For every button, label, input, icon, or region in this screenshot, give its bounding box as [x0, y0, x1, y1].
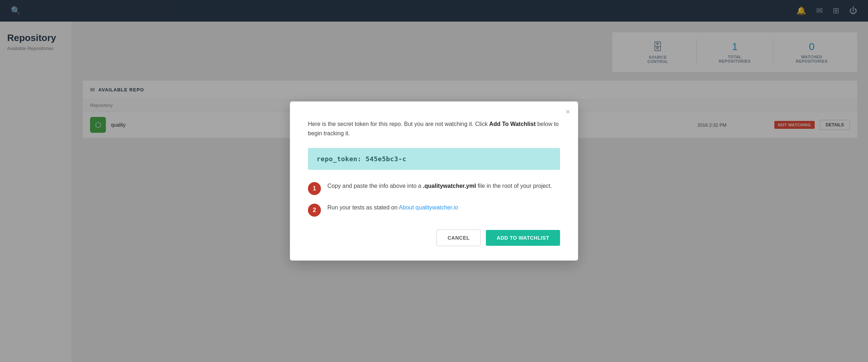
step-2-text-part1: Run your tests as stated on [327, 204, 399, 211]
token-box: repo_token: 545e5bc3-c [308, 148, 560, 170]
cancel-button[interactable]: CANCEL [437, 230, 481, 246]
modal-overlay: × Here is the secret token for this repo… [0, 0, 868, 362]
modal-footer: CANCEL ADD TO WATCHLIST [308, 230, 560, 246]
step-2-text: Run your tests as stated on About qualit… [327, 203, 458, 212]
step-1-text-part1: Copy and paste the info above into a [327, 183, 423, 189]
step-1-number: 1 [308, 182, 321, 195]
step-1-text: Copy and paste the info above into a .qu… [327, 181, 552, 191]
step-1-text-part2: file in the root of your project. [476, 183, 552, 189]
modal: × Here is the secret token for this repo… [290, 101, 578, 261]
modal-description: Here is the secret token for this repo. … [308, 119, 560, 138]
modal-close-button[interactable]: × [565, 108, 570, 116]
steps-list: 1 Copy and paste the info above into a .… [308, 181, 560, 217]
step-2-number: 2 [308, 204, 321, 217]
modal-description-bold: Add To Watchlist [489, 121, 536, 127]
modal-description-part1: Here is the secret token for this repo. … [308, 121, 489, 127]
step-1-filename: .qualitywatcher.yml [423, 183, 476, 189]
step-1: 1 Copy and paste the info above into a .… [308, 181, 560, 195]
about-link[interactable]: About qualitywatcher.io [399, 204, 458, 211]
step-2: 2 Run your tests as stated on About qual… [308, 203, 560, 217]
add-to-watchlist-button[interactable]: ADD TO WATCHLIST [486, 230, 560, 246]
